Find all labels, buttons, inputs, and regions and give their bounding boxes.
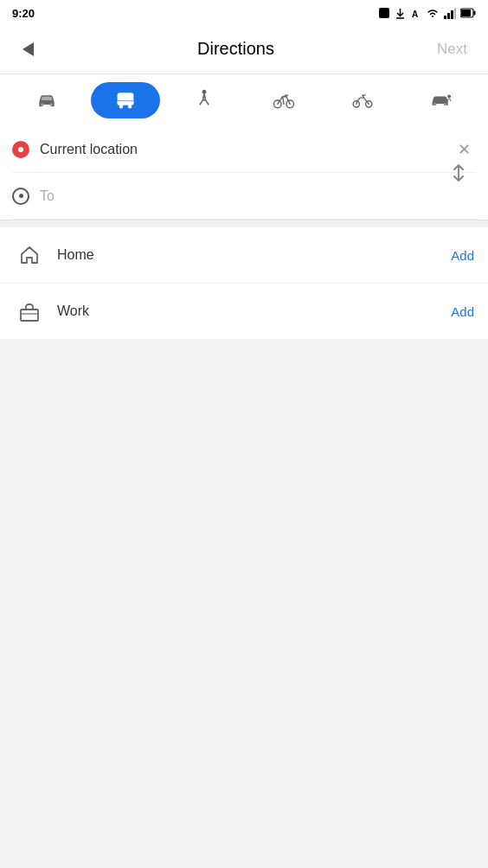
- svg-rect-13: [119, 94, 125, 99]
- work-icon: [14, 296, 45, 327]
- bus-mode-button[interactable]: [91, 82, 160, 118]
- svg-point-18: [128, 105, 132, 108]
- svg-rect-27: [21, 310, 38, 321]
- empty-background: [0, 339, 488, 868]
- square-icon: [378, 7, 390, 19]
- work-add-button[interactable]: Add: [451, 304, 474, 319]
- wifi-icon: [426, 8, 440, 19]
- to-location-text: To: [40, 188, 476, 204]
- status-bar: 9:20 A: [0, 0, 488, 24]
- a-icon: A: [410, 8, 421, 19]
- svg-rect-14: [126, 94, 132, 99]
- svg-rect-3: [444, 16, 446, 19]
- svg-point-26: [447, 95, 451, 99]
- saved-places-section: Home Add Work Add: [0, 227, 488, 339]
- svg-rect-5: [451, 10, 453, 19]
- scooter-mode-button[interactable]: [328, 82, 397, 118]
- header: Directions Next: [0, 24, 488, 74]
- svg-rect-8: [461, 10, 471, 16]
- work-label: Work: [57, 303, 451, 319]
- home-saved-row[interactable]: Home Add: [0, 227, 488, 284]
- download-icon: [395, 8, 406, 19]
- home-label: Home: [57, 247, 451, 263]
- page-title: Directions: [43, 39, 428, 59]
- svg-rect-6: [454, 8, 456, 19]
- home-add-button[interactable]: Add: [451, 248, 474, 263]
- car-mode-button[interactable]: [12, 82, 81, 118]
- svg-rect-9: [474, 11, 476, 16]
- svg-rect-16: [118, 101, 134, 105]
- from-dot-icon: [12, 141, 29, 158]
- from-location-text: Current location: [40, 142, 453, 157]
- walk-mode-button[interactable]: [170, 82, 239, 118]
- home-icon: [14, 239, 45, 271]
- status-time: 9:20: [12, 7, 35, 20]
- swap-locations-button[interactable]: [441, 126, 476, 220]
- status-icons: A: [378, 7, 476, 19]
- svg-point-10: [41, 103, 44, 106]
- rideshare-mode-button[interactable]: [407, 82, 476, 118]
- signal-icon: [444, 8, 456, 19]
- svg-rect-0: [379, 8, 389, 18]
- back-icon: [22, 42, 34, 56]
- bike-mode-button[interactable]: [249, 82, 318, 118]
- battery-icon: [460, 8, 476, 18]
- back-button[interactable]: [12, 34, 43, 65]
- transport-mode-bar: [0, 74, 488, 126]
- from-location-row[interactable]: Current location ✕: [12, 126, 476, 173]
- work-saved-row[interactable]: Work Add: [0, 284, 488, 339]
- svg-point-24: [434, 103, 437, 105]
- svg-rect-4: [447, 13, 450, 19]
- to-dot-icon: [12, 188, 29, 205]
- svg-point-11: [49, 103, 53, 106]
- svg-text:A: A: [412, 10, 418, 19]
- location-section: Current location ✕ To: [0, 126, 488, 220]
- svg-point-25: [444, 103, 446, 105]
- to-location-row[interactable]: To: [12, 173, 476, 220]
- next-button[interactable]: Next: [428, 35, 476, 63]
- svg-point-17: [119, 105, 123, 108]
